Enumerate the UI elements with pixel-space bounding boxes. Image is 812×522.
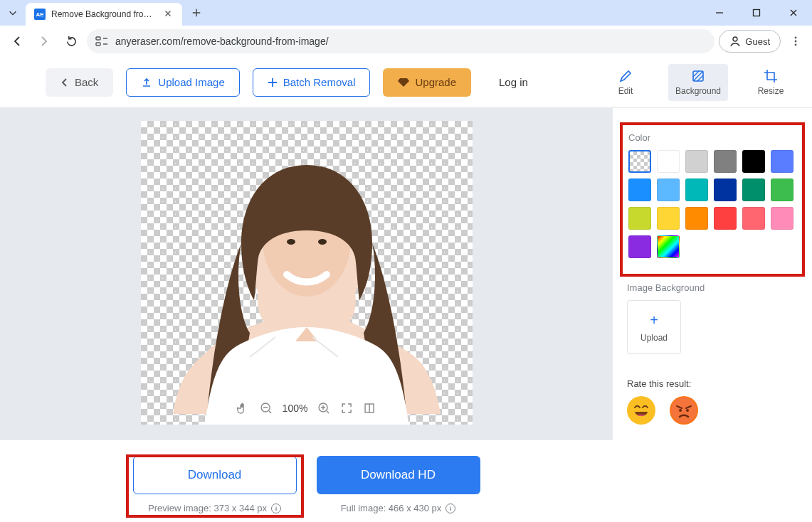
angry-emoji-icon (671, 398, 697, 423)
back-nav-button[interactable] (6, 30, 28, 53)
color-swatch-yellow[interactable] (657, 207, 680, 230)
tab-favicon: AE (34, 9, 46, 20)
color-swatch-transparent[interactable] (628, 150, 651, 173)
color-swatch-light-gray[interactable] (685, 150, 708, 173)
download-preview-text: Preview image: 373 x 344 px (148, 503, 267, 513)
canvas-area[interactable]: 100% (141, 121, 473, 425)
svg-point-10 (318, 239, 327, 245)
color-swatch-pink[interactable] (771, 207, 793, 230)
tab-resize[interactable]: Resize (741, 64, 801, 101)
edit-icon (618, 69, 633, 83)
laugh-emoji-icon (628, 398, 654, 423)
forward-nav-button[interactable] (33, 30, 56, 53)
color-swatch-black[interactable] (742, 150, 765, 173)
editor-panel: 100% Download Preview image: 373 x 344 p… (0, 108, 613, 522)
color-title: Color (628, 132, 796, 143)
crop-icon (764, 69, 778, 83)
download-hd-info: Full image: 466 x 430 px (341, 503, 456, 513)
login-label: Log in (499, 76, 528, 88)
tab-title: Remove Background from Im (51, 9, 158, 19)
svg-point-3 (733, 37, 737, 41)
window-controls (707, 3, 806, 23)
plus-icon: + (650, 312, 658, 329)
address-field[interactable]: anyeraser.com/remove-background-from-ima… (87, 29, 715, 53)
color-swatch-grid (628, 150, 796, 258)
maximize-button[interactable] (744, 3, 769, 23)
color-swatch-emerald[interactable] (742, 179, 765, 201)
browser-chrome: AE Remove Background from Im anyeraser.c… (0, 0, 812, 57)
color-swatch-salmon[interactable] (742, 207, 765, 230)
browser-menu-button[interactable] (785, 31, 806, 52)
color-swatch-red[interactable] (714, 207, 737, 230)
profile-label: Guest (745, 36, 770, 47)
download-label: Download (188, 468, 242, 482)
upload-icon (141, 77, 152, 88)
upload-image-button[interactable]: Upload Image (126, 68, 239, 97)
upload-background-button[interactable]: + Upload (627, 300, 681, 354)
reload-button[interactable] (60, 30, 83, 53)
subject-image (157, 129, 456, 425)
svg-point-17 (686, 409, 689, 412)
tab-edit-label: Edit (618, 86, 633, 96)
color-swatch-navy[interactable] (714, 179, 737, 201)
login-button[interactable]: Log in (484, 68, 543, 97)
fullscreen-icon[interactable] (340, 402, 353, 415)
rate-angry-button[interactable] (670, 396, 698, 425)
new-tab-button[interactable] (189, 6, 204, 20)
app-header: Back Upload Image Batch Removal Upgrade … (0, 57, 812, 108)
tab-search-dropdown[interactable] (6, 6, 20, 20)
site-settings-icon[interactable] (95, 35, 108, 48)
download-button[interactable]: Download (133, 456, 297, 494)
zoom-level: 100% (283, 403, 308, 414)
rate-title: Rate this result: (627, 378, 803, 389)
color-swatch-lime[interactable] (628, 207, 651, 230)
zoom-in-icon[interactable] (317, 402, 330, 415)
svg-point-6 (795, 44, 797, 46)
person-icon (729, 36, 741, 47)
color-section: Color (620, 122, 805, 272)
color-swatch-indigo[interactable] (771, 150, 793, 173)
upgrade-button[interactable]: Upgrade (383, 68, 471, 97)
download-hd-col: Download HD Full image: 466 x 430 px (317, 456, 480, 513)
rate-row (627, 396, 803, 425)
svg-rect-2 (96, 43, 100, 46)
svg-point-15 (671, 398, 697, 423)
color-swatch-blue[interactable] (628, 179, 651, 201)
tab-background[interactable]: Background (668, 64, 728, 101)
tab-edit[interactable]: Edit (596, 64, 655, 101)
diamond-icon (398, 78, 409, 87)
back-label: Back (75, 76, 98, 88)
zoom-out-icon[interactable] (260, 402, 273, 415)
plus-icon (268, 78, 278, 87)
color-swatch-purple[interactable] (628, 235, 651, 258)
rate-happy-button[interactable] (627, 396, 655, 425)
svg-point-5 (795, 41, 797, 43)
close-window-button[interactable] (781, 3, 806, 23)
download-hd-label: Download HD (361, 468, 436, 482)
color-swatch-custom[interactable] (657, 235, 680, 258)
download-hd-button[interactable]: Download HD (317, 456, 480, 494)
info-icon[interactable] (445, 504, 455, 513)
color-swatch-green[interactable] (771, 179, 793, 201)
svg-point-14 (628, 398, 654, 423)
back-button[interactable]: Back (46, 68, 113, 97)
info-icon[interactable] (271, 504, 281, 513)
batch-removal-button[interactable]: Batch Removal (253, 68, 371, 97)
main-area: 100% Download Preview image: 373 x 344 p… (0, 108, 812, 522)
color-swatch-gray[interactable] (714, 150, 737, 173)
profile-chip-guest[interactable]: Guest (719, 30, 781, 53)
minimize-button[interactable] (707, 3, 732, 23)
color-swatch-teal[interactable] (685, 179, 708, 201)
download-preview-col: Download Preview image: 373 x 344 px (133, 456, 297, 513)
color-swatch-sky[interactable] (657, 179, 680, 201)
compare-icon[interactable] (363, 402, 376, 415)
color-swatch-white[interactable] (657, 150, 680, 173)
hand-tool-icon[interactable] (237, 402, 250, 415)
more-vertical-icon (790, 36, 801, 47)
tab-active[interactable]: AE Remove Background from Im (26, 3, 182, 26)
close-icon[interactable] (164, 9, 174, 19)
upload-background-label: Upload (640, 333, 668, 343)
download-row: Download Preview image: 373 x 344 px Dow… (0, 440, 613, 522)
upload-image-label: Upload Image (158, 76, 224, 88)
color-swatch-orange[interactable] (685, 207, 708, 230)
